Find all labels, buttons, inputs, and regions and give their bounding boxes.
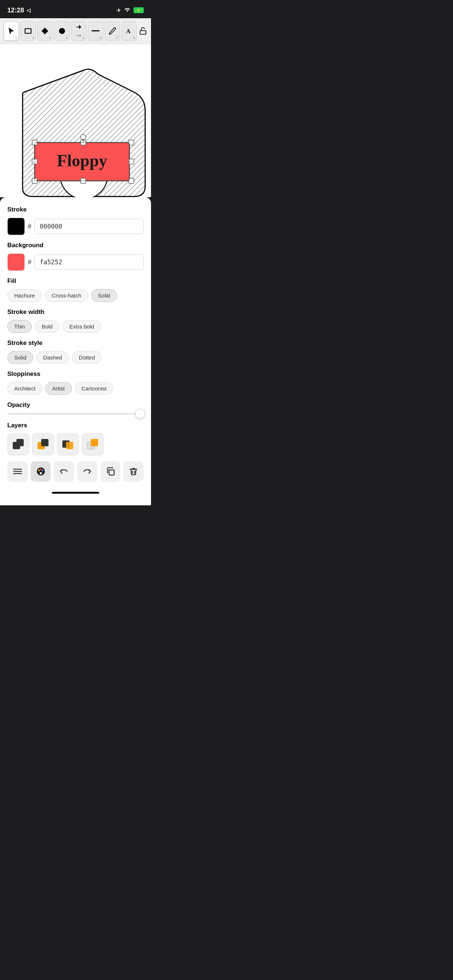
palette-button[interactable]: [30, 461, 51, 482]
layer-thumb-3[interactable]: [57, 433, 79, 455]
layer-thumb-4[interactable]: [82, 433, 104, 455]
fill-options: Hachure Cross-hatch Solid: [7, 289, 144, 302]
sloppiness-label: Sloppiness: [7, 371, 144, 378]
svg-rect-37: [109, 470, 114, 475]
copy-button[interactable]: [100, 461, 121, 482]
properties-panel: Stroke # Background # Fill Hachure Cross…: [0, 197, 151, 505]
stroke-hash: #: [28, 223, 31, 231]
stroke-color-input[interactable]: [34, 219, 144, 234]
fill-hachure[interactable]: Hachure: [7, 289, 42, 302]
stroke-style-options: Solid Dashed Dotted: [7, 351, 144, 364]
stroke-section: Stroke #: [7, 206, 144, 235]
home-bar: [52, 492, 99, 494]
status-time: 12:28 ◁: [7, 6, 30, 14]
status-icons: ✈ ⚡: [116, 7, 144, 14]
tool-num-6: 6: [100, 36, 101, 40]
fill-section: Fill Hachure Cross-hatch Solid: [7, 277, 144, 302]
stroke-style-solid[interactable]: Solid: [7, 351, 33, 364]
lock-button[interactable]: [138, 21, 147, 41]
canvas-area[interactable]: Floppy: [0, 44, 151, 197]
tool-arrow[interactable]: → 5: [71, 21, 86, 41]
tool-num-5: 5: [83, 36, 85, 40]
stroke-color-swatch[interactable]: [7, 218, 25, 235]
airplane-icon: ✈: [116, 7, 121, 14]
background-color-row: #: [7, 253, 144, 271]
fill-label: Fill: [7, 277, 144, 285]
opacity-slider-thumb[interactable]: [135, 409, 145, 419]
time-display: 12:28: [7, 6, 24, 14]
opacity-section: Opacity: [7, 401, 144, 415]
tool-num-4: 4: [66, 36, 68, 40]
sloppiness-artist[interactable]: Artist: [45, 382, 72, 395]
opacity-slider-fill: [7, 413, 137, 415]
background-section: Background #: [7, 242, 144, 271]
stroke-width-bold[interactable]: Bold: [35, 320, 59, 333]
background-label: Background: [7, 242, 144, 249]
sloppiness-options: Architect Artist Cartoonist: [7, 382, 144, 395]
svg-rect-26: [66, 442, 73, 449]
svg-text:A: A: [126, 28, 131, 35]
tool-cursor[interactable]: 1: [4, 21, 19, 41]
background-hash: #: [28, 258, 31, 266]
undo-button[interactable]: [54, 461, 74, 482]
opacity-label: Opacity: [7, 401, 144, 409]
stroke-style-dotted[interactable]: Dotted: [72, 351, 102, 364]
layers-section: Layers: [7, 422, 144, 455]
bottom-actions: [7, 461, 144, 482]
svg-rect-24: [41, 439, 48, 446]
svg-point-34: [40, 468, 41, 470]
delete-button[interactable]: [123, 461, 144, 482]
tool-num-3: 3: [49, 36, 51, 40]
tool-circle[interactable]: 4: [54, 21, 69, 41]
svg-rect-3: [91, 30, 100, 31]
sloppiness-section: Sloppiness Architect Artist Cartoonist: [7, 371, 144, 395]
stroke-width-thin[interactable]: Thin: [7, 320, 32, 333]
layer-thumb-2[interactable]: [32, 433, 54, 455]
svg-rect-28: [91, 439, 98, 446]
stroke-style-dashed[interactable]: Dashed: [36, 351, 69, 364]
svg-point-36: [40, 472, 42, 474]
svg-point-33: [38, 469, 40, 471]
stroke-color-row: #: [7, 218, 144, 235]
status-bar: 12:28 ◁ ✈ ⚡: [0, 0, 151, 18]
stroke-width-options: Thin Bold Extra bold: [7, 320, 144, 333]
fill-crosshatch[interactable]: Cross-hatch: [45, 289, 88, 302]
sloppiness-cartoonist[interactable]: Cartoonist: [75, 382, 113, 395]
redo-button[interactable]: [77, 461, 97, 482]
layers-label: Layers: [7, 422, 144, 429]
svg-marker-2: [79, 25, 81, 29]
battery-icon: ⚡: [134, 7, 144, 13]
menu-button[interactable]: [7, 461, 28, 482]
svg-point-1: [59, 28, 65, 34]
stroke-width-extrabold[interactable]: Extra bold: [62, 320, 101, 333]
svg-point-35: [41, 469, 43, 471]
layer-thumbnails: [7, 433, 144, 455]
background-color-input[interactable]: [34, 255, 144, 270]
tool-diamond[interactable]: 3: [37, 21, 53, 41]
tool-num-1: 1: [15, 36, 17, 40]
svg-rect-0: [25, 29, 31, 33]
tool-num-2: 2: [32, 36, 34, 40]
stroke-width-label: Stroke width: [7, 309, 144, 316]
tool-num-7: 7: [116, 36, 118, 40]
tool-rect[interactable]: 2: [21, 21, 36, 41]
svg-rect-22: [16, 439, 24, 446]
background-color-swatch[interactable]: [7, 253, 25, 271]
wifi-icon: [124, 7, 131, 13]
tool-line[interactable]: 6: [88, 21, 103, 41]
toolbar: 1 2 3 4 → 5 6 7 A 8: [0, 18, 151, 44]
svg-text:Floppy: Floppy: [57, 151, 107, 170]
opacity-slider-track[interactable]: [7, 413, 144, 415]
svg-point-17: [81, 135, 86, 140]
sloppiness-architect[interactable]: Architect: [7, 382, 42, 395]
tool-num-8: 8: [133, 36, 135, 40]
tool-text[interactable]: A 8: [121, 21, 137, 41]
stroke-label: Stroke: [7, 206, 144, 213]
stroke-style-section: Stroke style Solid Dashed Dotted: [7, 339, 144, 364]
stroke-style-label: Stroke style: [7, 339, 144, 347]
stroke-width-section: Stroke width Thin Bold Extra bold: [7, 309, 144, 333]
tool-pencil[interactable]: 7: [105, 21, 120, 41]
home-indicator: [7, 489, 144, 498]
fill-solid[interactable]: Solid: [91, 289, 117, 302]
layer-thumb-1[interactable]: [7, 433, 29, 455]
